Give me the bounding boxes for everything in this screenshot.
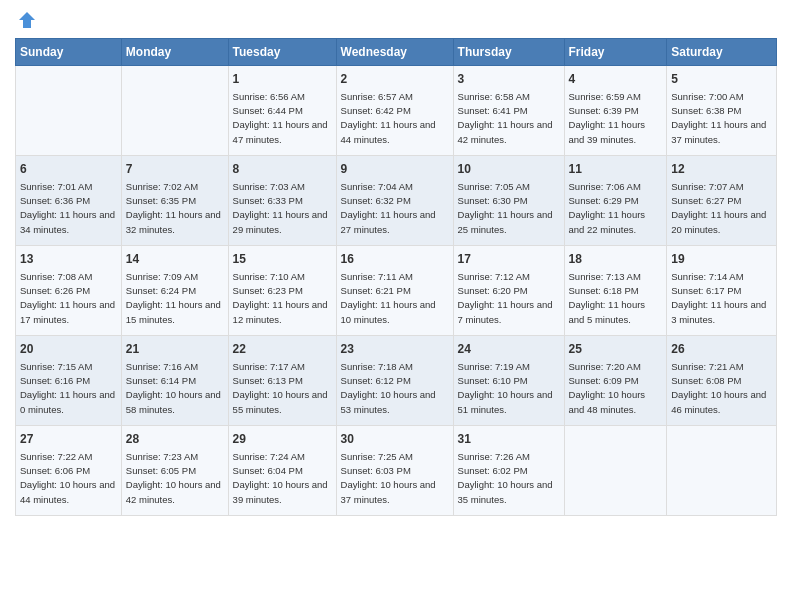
day-cell: 12Sunrise: 7:07 AM Sunset: 6:27 PM Dayli… — [667, 156, 777, 246]
week-row-1: 1Sunrise: 6:56 AM Sunset: 6:44 PM Daylig… — [16, 66, 777, 156]
day-number: 18 — [569, 251, 663, 268]
day-cell: 25Sunrise: 7:20 AM Sunset: 6:09 PM Dayli… — [564, 336, 667, 426]
day-cell: 21Sunrise: 7:16 AM Sunset: 6:14 PM Dayli… — [121, 336, 228, 426]
day-info: Sunrise: 7:17 AM Sunset: 6:13 PM Dayligh… — [233, 360, 332, 417]
day-info: Sunrise: 7:00 AM Sunset: 6:38 PM Dayligh… — [671, 90, 772, 147]
day-number: 5 — [671, 71, 772, 88]
day-info: Sunrise: 7:24 AM Sunset: 6:04 PM Dayligh… — [233, 450, 332, 507]
day-cell — [564, 426, 667, 516]
day-info: Sunrise: 6:56 AM Sunset: 6:44 PM Dayligh… — [233, 90, 332, 147]
day-info: Sunrise: 7:20 AM Sunset: 6:09 PM Dayligh… — [569, 360, 663, 417]
day-info: Sunrise: 7:15 AM Sunset: 6:16 PM Dayligh… — [20, 360, 117, 417]
day-header-sunday: Sunday — [16, 39, 122, 66]
day-number: 12 — [671, 161, 772, 178]
day-header-friday: Friday — [564, 39, 667, 66]
header — [15, 10, 777, 30]
day-number: 25 — [569, 341, 663, 358]
day-cell: 19Sunrise: 7:14 AM Sunset: 6:17 PM Dayli… — [667, 246, 777, 336]
day-info: Sunrise: 7:07 AM Sunset: 6:27 PM Dayligh… — [671, 180, 772, 237]
day-header-tuesday: Tuesday — [228, 39, 336, 66]
day-info: Sunrise: 7:21 AM Sunset: 6:08 PM Dayligh… — [671, 360, 772, 417]
day-number: 8 — [233, 161, 332, 178]
day-info: Sunrise: 7:14 AM Sunset: 6:17 PM Dayligh… — [671, 270, 772, 327]
day-info: Sunrise: 7:01 AM Sunset: 6:36 PM Dayligh… — [20, 180, 117, 237]
day-number: 29 — [233, 431, 332, 448]
day-cell — [121, 66, 228, 156]
day-info: Sunrise: 7:05 AM Sunset: 6:30 PM Dayligh… — [458, 180, 560, 237]
day-number: 2 — [341, 71, 449, 88]
day-info: Sunrise: 7:19 AM Sunset: 6:10 PM Dayligh… — [458, 360, 560, 417]
day-number: 20 — [20, 341, 117, 358]
day-number: 21 — [126, 341, 224, 358]
day-cell: 23Sunrise: 7:18 AM Sunset: 6:12 PM Dayli… — [336, 336, 453, 426]
day-cell: 31Sunrise: 7:26 AM Sunset: 6:02 PM Dayli… — [453, 426, 564, 516]
header-row: SundayMondayTuesdayWednesdayThursdayFrid… — [16, 39, 777, 66]
day-cell: 27Sunrise: 7:22 AM Sunset: 6:06 PM Dayli… — [16, 426, 122, 516]
day-cell: 6Sunrise: 7:01 AM Sunset: 6:36 PM Daylig… — [16, 156, 122, 246]
day-number: 14 — [126, 251, 224, 268]
day-number: 10 — [458, 161, 560, 178]
day-number: 17 — [458, 251, 560, 268]
day-info: Sunrise: 7:08 AM Sunset: 6:26 PM Dayligh… — [20, 270, 117, 327]
day-info: Sunrise: 7:23 AM Sunset: 6:05 PM Dayligh… — [126, 450, 224, 507]
svg-marker-0 — [19, 12, 35, 28]
day-info: Sunrise: 7:06 AM Sunset: 6:29 PM Dayligh… — [569, 180, 663, 237]
day-cell: 9Sunrise: 7:04 AM Sunset: 6:32 PM Daylig… — [336, 156, 453, 246]
calendar-body: 1Sunrise: 6:56 AM Sunset: 6:44 PM Daylig… — [16, 66, 777, 516]
day-cell: 10Sunrise: 7:05 AM Sunset: 6:30 PM Dayli… — [453, 156, 564, 246]
day-info: Sunrise: 7:02 AM Sunset: 6:35 PM Dayligh… — [126, 180, 224, 237]
day-number: 19 — [671, 251, 772, 268]
day-info: Sunrise: 7:13 AM Sunset: 6:18 PM Dayligh… — [569, 270, 663, 327]
day-cell: 17Sunrise: 7:12 AM Sunset: 6:20 PM Dayli… — [453, 246, 564, 336]
day-cell: 4Sunrise: 6:59 AM Sunset: 6:39 PM Daylig… — [564, 66, 667, 156]
day-cell: 5Sunrise: 7:00 AM Sunset: 6:38 PM Daylig… — [667, 66, 777, 156]
day-cell: 29Sunrise: 7:24 AM Sunset: 6:04 PM Dayli… — [228, 426, 336, 516]
day-number: 4 — [569, 71, 663, 88]
day-info: Sunrise: 6:57 AM Sunset: 6:42 PM Dayligh… — [341, 90, 449, 147]
day-number: 24 — [458, 341, 560, 358]
day-number: 27 — [20, 431, 117, 448]
day-number: 23 — [341, 341, 449, 358]
day-cell: 7Sunrise: 7:02 AM Sunset: 6:35 PM Daylig… — [121, 156, 228, 246]
day-cell: 16Sunrise: 7:11 AM Sunset: 6:21 PM Dayli… — [336, 246, 453, 336]
logo-icon — [17, 10, 37, 30]
week-row-3: 13Sunrise: 7:08 AM Sunset: 6:26 PM Dayli… — [16, 246, 777, 336]
day-info: Sunrise: 7:22 AM Sunset: 6:06 PM Dayligh… — [20, 450, 117, 507]
calendar-header: SundayMondayTuesdayWednesdayThursdayFrid… — [16, 39, 777, 66]
day-number: 16 — [341, 251, 449, 268]
day-cell — [16, 66, 122, 156]
calendar-table: SundayMondayTuesdayWednesdayThursdayFrid… — [15, 38, 777, 516]
day-cell: 26Sunrise: 7:21 AM Sunset: 6:08 PM Dayli… — [667, 336, 777, 426]
day-number: 30 — [341, 431, 449, 448]
day-number: 9 — [341, 161, 449, 178]
day-number: 15 — [233, 251, 332, 268]
day-cell: 28Sunrise: 7:23 AM Sunset: 6:05 PM Dayli… — [121, 426, 228, 516]
day-number: 31 — [458, 431, 560, 448]
day-cell: 8Sunrise: 7:03 AM Sunset: 6:33 PM Daylig… — [228, 156, 336, 246]
day-number: 13 — [20, 251, 117, 268]
day-info: Sunrise: 7:04 AM Sunset: 6:32 PM Dayligh… — [341, 180, 449, 237]
day-cell — [667, 426, 777, 516]
day-cell: 11Sunrise: 7:06 AM Sunset: 6:29 PM Dayli… — [564, 156, 667, 246]
day-info: Sunrise: 7:10 AM Sunset: 6:23 PM Dayligh… — [233, 270, 332, 327]
day-cell: 2Sunrise: 6:57 AM Sunset: 6:42 PM Daylig… — [336, 66, 453, 156]
day-number: 3 — [458, 71, 560, 88]
day-cell: 30Sunrise: 7:25 AM Sunset: 6:03 PM Dayli… — [336, 426, 453, 516]
day-cell: 13Sunrise: 7:08 AM Sunset: 6:26 PM Dayli… — [16, 246, 122, 336]
day-cell: 1Sunrise: 6:56 AM Sunset: 6:44 PM Daylig… — [228, 66, 336, 156]
day-info: Sunrise: 6:59 AM Sunset: 6:39 PM Dayligh… — [569, 90, 663, 147]
day-cell: 24Sunrise: 7:19 AM Sunset: 6:10 PM Dayli… — [453, 336, 564, 426]
day-cell: 22Sunrise: 7:17 AM Sunset: 6:13 PM Dayli… — [228, 336, 336, 426]
day-number: 28 — [126, 431, 224, 448]
day-cell: 20Sunrise: 7:15 AM Sunset: 6:16 PM Dayli… — [16, 336, 122, 426]
day-number: 7 — [126, 161, 224, 178]
day-number: 6 — [20, 161, 117, 178]
day-info: Sunrise: 7:25 AM Sunset: 6:03 PM Dayligh… — [341, 450, 449, 507]
day-info: Sunrise: 7:26 AM Sunset: 6:02 PM Dayligh… — [458, 450, 560, 507]
day-info: Sunrise: 7:09 AM Sunset: 6:24 PM Dayligh… — [126, 270, 224, 327]
day-info: Sunrise: 6:58 AM Sunset: 6:41 PM Dayligh… — [458, 90, 560, 147]
day-number: 22 — [233, 341, 332, 358]
day-cell: 3Sunrise: 6:58 AM Sunset: 6:41 PM Daylig… — [453, 66, 564, 156]
day-cell: 18Sunrise: 7:13 AM Sunset: 6:18 PM Dayli… — [564, 246, 667, 336]
day-cell: 15Sunrise: 7:10 AM Sunset: 6:23 PM Dayli… — [228, 246, 336, 336]
